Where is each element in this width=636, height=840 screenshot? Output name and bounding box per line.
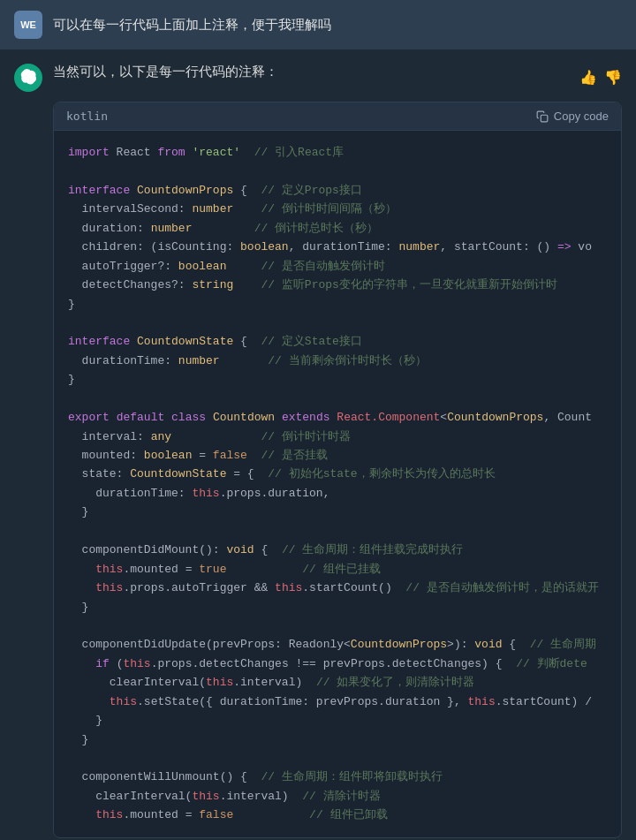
code-line: this.setState({ durationTime: prevProps.… [68,692,607,711]
code-block: kotlin Copy code import React from 'reac… [53,102,622,838]
code-line: this.mounted = false // 组件已卸载 [68,806,607,824]
code-line: componentWillUnmount() { // 生命周期：组件即将卸载时… [68,768,607,786]
code-line: clearInterval(this.interval) // 清除计时器 [68,787,607,806]
user-message-text: 可以在每一行代码上面加上注释，便于我理解吗 [53,17,331,34]
code-line: } [68,730,607,749]
code-line: children: (isCounting: boolean, duration… [68,238,607,256]
code-language: kotlin [66,110,108,123]
code-line: this.mounted = true // 组件已挂载 [68,560,607,579]
thumbs-down-icon[interactable]: 👎 [604,69,622,86]
code-line: detectChanges?: string // 监听Props变化的字符串，… [68,276,607,294]
code-line: } [68,370,607,389]
code-line: intervalSecond: number // 倒计时时间间隔（秒） [68,200,607,218]
code-line: mounted: boolean = false // 是否挂载 [68,446,607,465]
code-header: kotlin Copy code [54,102,621,131]
svg-rect-0 [541,115,548,122]
code-line: import React from 'react' // 引入React库 [68,143,607,162]
code-line [68,390,607,408]
code-line: autoTrigger?: boolean // 是否自动触发倒计时 [68,257,607,276]
code-line [68,522,607,541]
assistant-avatar [14,64,42,92]
code-line: durationTime: this.props.duration, [68,484,607,503]
code-line: duration: number // 倒计时总时长（秒） [68,219,607,238]
code-line: componentDidMount(): void { // 生命周期：组件挂载… [68,541,607,559]
code-content: import React from 'react' // 引入React库 in… [54,131,621,837]
code-line: interface CountdownProps { // 定义Props接口 [68,181,607,200]
code-line: interval: any // 倒计时计时器 [68,428,607,446]
code-line [68,162,607,180]
code-line: clearInterval(this.interval) // 如果变化了，则清… [68,673,607,692]
copy-code-button[interactable]: Copy code [536,110,609,123]
code-line: this.props.autoTrigger && this.startCoun… [68,579,607,597]
code-line [68,749,607,768]
code-line: } [68,503,607,521]
code-line: durationTime: number // 当前剩余倒计时时长（秒） [68,352,607,370]
user-message-bar: WE 可以在每一行代码上面加上注释，便于我理解吗 [0,0,636,49]
code-line: } [68,598,607,617]
code-line: state: CountdownState = { // 初始化state，剩余… [68,465,607,483]
code-line [68,314,607,332]
code-line: export default class Countdown extends R… [68,408,607,427]
code-line: } [68,711,607,730]
code-line: componentDidUpdate(prevProps: Readonly<C… [68,635,607,654]
assistant-content: 当然可以，以下是每一行代码的注释： 👍 👎 kotlin Copy code [53,64,622,838]
assistant-response-text: 当然可以，以下是每一行代码的注释： [53,64,278,80]
code-line: } [68,295,607,314]
code-line [68,617,607,635]
user-avatar: WE [14,11,42,39]
thumbs-up-icon[interactable]: 👍 [579,69,597,86]
assistant-section: 当然可以，以下是每一行代码的注释： 👍 👎 kotlin Copy code [0,49,636,840]
code-line: interface CountdownState { // 定义State接口 [68,332,607,351]
code-line: if (this.props.detectChanges !== prevPro… [68,655,607,673]
